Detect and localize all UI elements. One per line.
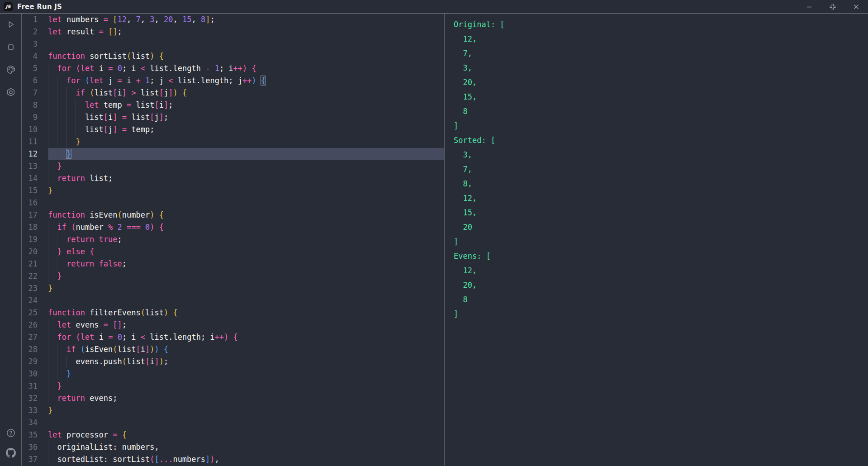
code-token: ) xyxy=(150,345,154,354)
code-token: , xyxy=(215,455,219,464)
github-button[interactable] xyxy=(0,443,22,463)
code-editor[interactable]: 1let numbers = [12, 7, 3, 20, 15, 8];2le… xyxy=(22,14,444,466)
code-token: ] xyxy=(113,125,117,134)
code-line[interactable]: 32return evens; xyxy=(22,392,444,404)
code-line[interactable]: 12} xyxy=(22,148,444,160)
line-number: 18 xyxy=(22,221,48,233)
code-token: list xyxy=(136,88,159,97)
code-line[interactable]: 29evens.push(list[i]); xyxy=(22,356,444,368)
code-token: ; xyxy=(118,27,122,36)
code-line[interactable]: 14return list; xyxy=(22,172,444,185)
code-line[interactable]: 37sortedList: sortList([...numbers]), xyxy=(22,453,444,466)
indent-guide xyxy=(48,380,57,392)
code-token: = xyxy=(113,430,117,439)
code-token: numbers xyxy=(173,455,205,464)
code-line[interactable]: 2let result = []; xyxy=(22,26,444,38)
code-line[interactable]: 33} xyxy=(22,404,444,417)
code-token: ) xyxy=(252,76,256,85)
code-token: , xyxy=(127,15,136,24)
code-line[interactable]: 36originalList: numbers, xyxy=(22,441,444,453)
theme-button[interactable] xyxy=(0,60,22,80)
indent-guide xyxy=(48,270,57,282)
code-line[interactable]: 23} xyxy=(22,282,444,295)
code-line-content: } xyxy=(48,185,444,197)
code-line[interactable]: 25function filterEvens(list) { xyxy=(22,307,444,319)
code-line[interactable]: 28if (isEven(list[i])) { xyxy=(22,343,444,356)
line-number: 8 xyxy=(22,99,48,111)
code-token: ( xyxy=(113,345,117,354)
code-line-content: function sortList(list) { xyxy=(48,50,444,62)
code-token: sortedList: sortList xyxy=(57,455,150,464)
code-line[interactable]: 34 xyxy=(22,417,444,429)
code-line[interactable]: 31} xyxy=(22,380,444,392)
code-line[interactable]: 5for (let i = 0; i < list.length - 1; i+… xyxy=(22,62,444,75)
code-line[interactable]: 22} xyxy=(22,270,444,282)
code-line[interactable]: 8let temp = list[i]; xyxy=(22,99,444,111)
code-line[interactable]: 11} xyxy=(22,136,444,148)
code-line[interactable]: 3 xyxy=(22,38,444,50)
code-token: i xyxy=(122,76,136,85)
code-token: } xyxy=(48,186,52,195)
code-token: [ xyxy=(145,357,150,366)
code-token xyxy=(141,223,145,232)
code-token: list.length; i xyxy=(145,333,215,342)
output-line: 15, xyxy=(454,90,868,104)
code-line[interactable]: 19return true; xyxy=(22,233,444,246)
settings-button[interactable] xyxy=(0,82,22,102)
code-token: i xyxy=(159,100,164,109)
code-line-content: let evens = []; xyxy=(48,319,444,331)
code-token: j xyxy=(108,125,113,134)
code-token xyxy=(71,333,76,342)
code-line[interactable]: 35let processor = { xyxy=(22,429,444,441)
code-line[interactable]: 10list[j] = temp; xyxy=(22,124,444,136)
close-button[interactable] xyxy=(850,1,863,13)
indent-guide xyxy=(48,172,57,185)
code-line[interactable]: 16 xyxy=(22,197,444,209)
code-token: isEven xyxy=(85,345,113,354)
output-panel[interactable]: Original: [ 12, 7, 3, 20, 15, 8]Sorted: … xyxy=(444,14,868,466)
code-line[interactable]: 18if (number % 2 === 0) { xyxy=(22,221,444,233)
line-number: 37 xyxy=(22,453,48,466)
code-line[interactable]: 1let numbers = [12, 7, 3, 20, 15, 8]; xyxy=(22,14,444,26)
restore-button[interactable] xyxy=(826,1,839,13)
code-token: ; xyxy=(164,357,168,366)
indent-guide xyxy=(57,75,66,87)
code-token: ( xyxy=(76,333,80,342)
code-token: list xyxy=(118,345,136,354)
line-number: 28 xyxy=(22,343,48,356)
code-token xyxy=(104,27,108,36)
indent-guide xyxy=(48,356,57,368)
code-line[interactable]: 26let evens = []; xyxy=(22,319,444,331)
code-token: ) xyxy=(242,64,247,73)
minimize-button[interactable] xyxy=(803,1,816,13)
line-number: 35 xyxy=(22,429,48,441)
code-line[interactable]: 6for (let j = i + 1; j < list.length; j+… xyxy=(22,75,444,87)
indent-guide xyxy=(48,75,57,87)
code-line[interactable]: 27for (let i = 0; i < list.length; i++) … xyxy=(22,331,444,343)
code-token: return xyxy=(57,174,85,183)
code-token: = xyxy=(108,333,113,342)
code-line-content: if (list[i] > list[j]) { xyxy=(48,87,444,99)
code-line[interactable]: 17function isEven(number) { xyxy=(22,209,444,221)
run-button[interactable] xyxy=(0,14,22,34)
code-token: i xyxy=(94,64,108,73)
code-line[interactable]: 20} else { xyxy=(22,246,444,258)
indent-guide xyxy=(48,368,57,380)
code-line[interactable]: 4function sortList(list) { xyxy=(22,50,444,62)
output-line: 7, xyxy=(454,46,868,61)
code-token: function xyxy=(48,210,85,219)
code-token: 0 xyxy=(118,64,122,73)
code-line[interactable]: 30} xyxy=(22,368,444,380)
code-line[interactable]: 15} xyxy=(22,185,444,197)
code-token: isEven xyxy=(85,210,118,219)
code-line[interactable]: 13} xyxy=(22,160,444,172)
code-line[interactable]: 9list[i] = list[j]; xyxy=(22,111,444,124)
stop-button[interactable] xyxy=(0,37,22,57)
code-line-content: let temp = list[i]; xyxy=(48,99,444,111)
code-line[interactable]: 21return false; xyxy=(22,258,444,270)
code-line[interactable]: 7if (list[i] > list[j]) { xyxy=(22,87,444,99)
help-button[interactable] xyxy=(0,423,22,443)
indent-guide xyxy=(66,356,76,368)
code-token xyxy=(113,333,117,342)
code-line[interactable]: 24 xyxy=(22,295,444,307)
